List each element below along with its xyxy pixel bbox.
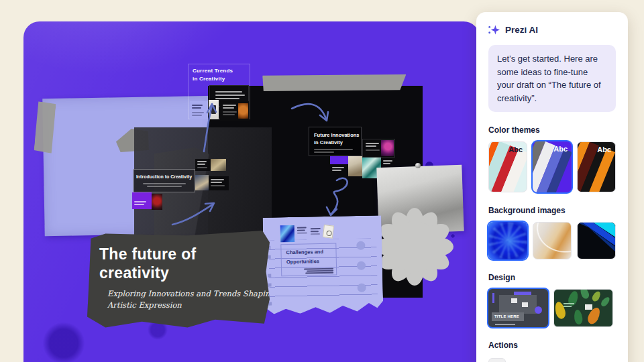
slide-introduction[interactable]: Introduction to Creativity	[133, 169, 195, 192]
tape-piece-top	[261, 73, 407, 93]
theme-card-light[interactable]: Abc	[488, 141, 527, 192]
prezi-ai-screen: { "palette": { "page_bg": "#F3EEE0", "ca…	[0, 0, 644, 362]
theme-abc-label: Abc	[553, 145, 568, 153]
introduction-title: Introduction to Creativity	[133, 174, 195, 179]
definition-photo-thumb[interactable]	[211, 159, 226, 171]
design-label: Design	[488, 273, 616, 282]
magenta-photo-thumb	[381, 140, 394, 156]
challenges-title-box[interactable]: Challenges and Opportunities	[280, 243, 337, 277]
current-trends-line1: Current Trends	[193, 67, 233, 75]
notepad-margin-icon	[268, 284, 271, 287]
design-title-placeholder: TITLE HERE	[494, 314, 519, 318]
background-images-row	[488, 222, 616, 259]
importance-of-creativity-card[interactable]	[209, 176, 229, 190]
push-pin	[415, 163, 421, 168]
presentation-canvas[interactable]: Current Trends in Creativity Introductio…	[23, 21, 480, 362]
phone-graphic	[211, 105, 216, 114]
challenges-notepad[interactable]: Challenges and Opportunities	[262, 215, 383, 318]
theme-abc-label: Abc	[597, 145, 611, 154]
presentation-subtitle: Exploring Innovations and Trends Shaping…	[107, 288, 275, 312]
actions-label: Actions	[488, 341, 616, 350]
definition-of-creativity-card[interactable]	[195, 159, 211, 171]
background-thumb-dark-geometric[interactable]	[577, 222, 616, 259]
color-themes-row: Abc Abc Abc	[488, 141, 616, 192]
panel-title: Prezi AI	[505, 25, 538, 35]
importance-photo-thumb[interactable]	[195, 175, 209, 190]
trends-tech-card[interactable]	[220, 101, 250, 121]
background-images-label: Background images	[488, 206, 616, 215]
ai-machine-learning-card[interactable]	[362, 139, 395, 158]
slide-current-trends-title: Current Trends in Creativity	[193, 67, 233, 83]
leaf-design-card	[585, 304, 592, 310]
theme-card-dark[interactable]: Abc	[577, 141, 616, 192]
phone-photo-thumb[interactable]	[209, 100, 219, 119]
panel-header: Prezi AI	[488, 24, 616, 36]
pencil-icon: ✎	[488, 358, 506, 362]
challenges-line1: Challenges and	[286, 247, 335, 258]
evolution-over-time-card[interactable]	[132, 192, 152, 209]
theme-card-purple[interactable]: Abc	[533, 141, 572, 192]
theme-abc-label: Abc	[508, 145, 523, 154]
creative-disruption-card[interactable]	[330, 164, 348, 176]
background-thumb-beige-abstract[interactable]	[533, 222, 572, 259]
purple-flower-dot	[535, 306, 542, 314]
presentation-title: The future of creativity	[99, 245, 240, 282]
color-themes-label: Color themes	[488, 125, 616, 135]
orange-photo-thumb	[238, 103, 248, 119]
notepad-margin-icon	[268, 302, 272, 306]
notepad-stamp	[323, 225, 334, 239]
design-thumb-dark-collage[interactable]: TITLE HERE	[488, 289, 548, 327]
notepad-margin-icon	[268, 274, 271, 278]
future-photo-thumb[interactable]	[348, 156, 362, 176]
evolution-photo-thumb[interactable]	[152, 194, 162, 210]
update-prompt-action[interactable]: ✎ Update your prompt	[488, 358, 616, 362]
sparkle-icon	[488, 24, 500, 36]
purple-accent-block	[330, 156, 348, 164]
future-innovations-line1: Future Innovations	[314, 131, 361, 139]
flower-sticker[interactable]	[376, 208, 453, 286]
ai-message-bubble: Let’s get started. Here are some ideas t…	[488, 45, 616, 112]
background-thumb-blue-flower[interactable]	[488, 222, 527, 259]
current-trends-line2: in Creativity	[193, 75, 233, 83]
title-slide[interactable]: The future of creativity Exploring Innov…	[87, 231, 270, 328]
slide-future-innovations[interactable]: Future Innovations in Creativity	[309, 127, 362, 156]
design-row: TITLE HERE	[488, 289, 616, 327]
design-thumb-green-leaves[interactable]	[553, 289, 613, 327]
challenges-line2: Opportunities	[286, 257, 336, 267]
future-innovations-line2: in Creativity	[314, 139, 361, 146]
notepad-blue-photo	[280, 225, 295, 242]
impact-social-media-card[interactable]	[190, 101, 208, 119]
prezi-ai-panel: Prezi AI Let’s get started. Here are som…	[476, 12, 628, 362]
